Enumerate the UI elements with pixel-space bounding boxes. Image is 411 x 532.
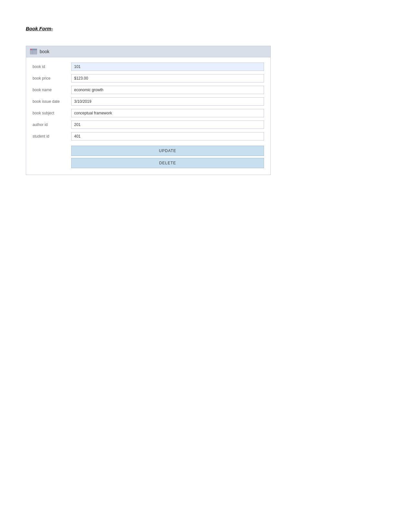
svg-rect-6 [30, 49, 32, 50]
label-student-id: student id [33, 132, 71, 139]
update-button[interactable]: UPDATE [71, 146, 264, 156]
page-title: Book Form- [26, 26, 264, 31]
label-author-id: author id [33, 121, 71, 127]
form-header: book [26, 46, 270, 57]
table-icon [30, 49, 37, 54]
field-row-author-id: author id [33, 121, 264, 129]
input-student-id[interactable] [71, 132, 264, 140]
input-book-price[interactable] [71, 74, 264, 82]
input-book-issue-date[interactable] [71, 97, 264, 106]
form-header-title: book [40, 49, 49, 54]
label-book-issue-date: book issue date [33, 97, 71, 104]
field-row-book-price: book price [33, 74, 264, 82]
input-book-subject[interactable] [71, 109, 264, 117]
field-row-book-id: book id [33, 63, 264, 71]
label-book-name: book name [33, 86, 71, 92]
input-book-id[interactable] [71, 63, 264, 71]
field-row-book-issue-date: book issue date [33, 97, 264, 106]
input-author-id[interactable] [71, 121, 264, 129]
label-book-id: book id [33, 63, 71, 69]
field-row-book-name: book name [33, 86, 264, 94]
field-row-student-id: student id [33, 132, 264, 140]
book-form-card: book book idbook pricebook namebook issu… [26, 46, 271, 175]
button-row: UPDATE DELETE [33, 146, 264, 168]
delete-button[interactable]: DELETE [71, 158, 264, 168]
label-book-subject: book subject [33, 109, 71, 115]
label-book-price: book price [33, 74, 71, 81]
input-book-name[interactable] [71, 86, 264, 94]
field-row-book-subject: book subject [33, 109, 264, 117]
form-body: book idbook pricebook namebook issue dat… [26, 57, 270, 175]
